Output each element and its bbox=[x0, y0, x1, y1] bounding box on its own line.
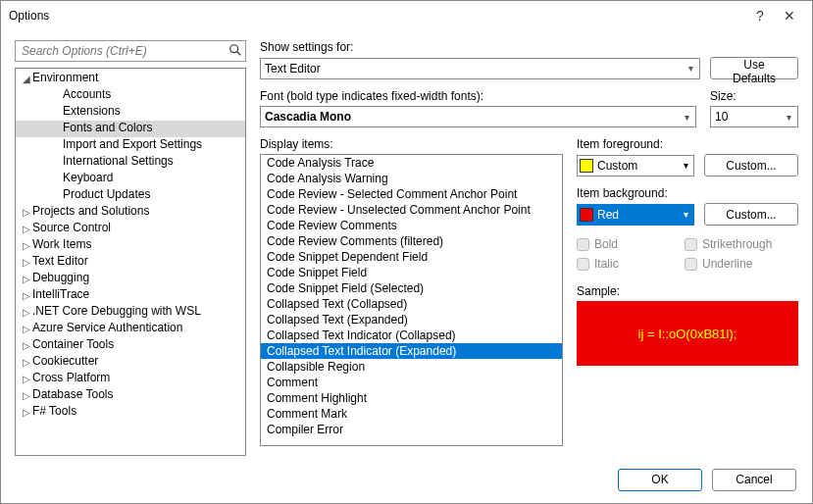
tree-item-label: Cookiecutter bbox=[32, 354, 98, 368]
tree-item[interactable]: ▷F# Tools bbox=[16, 404, 245, 421]
underline-checkbox[interactable]: Underline bbox=[685, 257, 783, 271]
chevron-down-icon: ▾ bbox=[681, 160, 691, 171]
cancel-button[interactable]: Cancel bbox=[712, 469, 796, 491]
display-item[interactable]: Code Analysis Warning bbox=[261, 171, 562, 186]
tree-item-label: IntelliTrace bbox=[32, 287, 89, 301]
tree-item[interactable]: ▷Database Tools bbox=[16, 387, 245, 404]
tree-item[interactable]: ▷Projects and Solutions bbox=[16, 204, 245, 221]
foreground-custom-button[interactable]: Custom... bbox=[704, 154, 798, 176]
chevron-right-icon: ▷ bbox=[21, 274, 32, 284]
tree-item[interactable]: Fonts and Colors bbox=[16, 121, 245, 137]
options-dialog: Options ? ✕ ◢EnvironmentAccountsExtensio… bbox=[0, 0, 813, 504]
display-item[interactable]: Collapsed Text Indicator (Collapsed) bbox=[261, 328, 562, 343]
tree-item-label: Accounts bbox=[63, 87, 111, 101]
display-item[interactable]: Compiler Error bbox=[261, 422, 562, 437]
chevron-right-icon: ▷ bbox=[21, 340, 32, 351]
tree-item-label: .NET Core Debugging with WSL bbox=[32, 304, 201, 318]
tree-item[interactable]: Keyboard bbox=[16, 171, 245, 187]
display-item[interactable]: Code Review Comments (filtered) bbox=[261, 233, 562, 249]
tree-item[interactable]: ▷Cross Platform bbox=[16, 371, 245, 387]
close-button[interactable]: ✕ bbox=[775, 8, 804, 24]
tree-item-label: Text Editor bbox=[32, 254, 88, 268]
chevron-right-icon: ▷ bbox=[21, 374, 32, 384]
bold-checkbox[interactable]: Bold bbox=[577, 237, 675, 251]
display-item[interactable]: Collapsed Text (Expanded) bbox=[261, 312, 562, 328]
font-label: Font (bold type indicates fixed-width fo… bbox=[260, 89, 696, 103]
background-custom-button[interactable]: Custom... bbox=[704, 203, 798, 226]
chevron-right-icon: ▷ bbox=[21, 407, 32, 418]
sample-preview: ij = I::oO(0xB81l); bbox=[577, 301, 798, 366]
display-item[interactable]: Code Review - Selected Comment Anchor Po… bbox=[261, 186, 562, 202]
use-defaults-button[interactable]: Use Defaults bbox=[710, 57, 798, 79]
ok-button[interactable]: OK bbox=[618, 469, 702, 491]
display-item[interactable]: Comment bbox=[261, 375, 562, 390]
foreground-swatch bbox=[580, 159, 593, 173]
foreground-color-select[interactable]: Custom ▾ bbox=[577, 155, 694, 176]
tree-item-label: Keyboard bbox=[63, 171, 113, 184]
tree-item[interactable]: ▷Debugging bbox=[16, 271, 245, 287]
dialog-footer: OK Cancel bbox=[1, 456, 812, 503]
display-item[interactable]: Collapsed Text (Collapsed) bbox=[261, 296, 562, 312]
tree-item[interactable]: International Settings bbox=[16, 154, 245, 171]
chevron-right-icon: ▷ bbox=[21, 240, 32, 251]
chevron-right-icon: ▷ bbox=[21, 307, 32, 318]
item-foreground-label: Item foreground: bbox=[577, 137, 798, 151]
strikethrough-checkbox[interactable]: Strikethrough bbox=[685, 237, 783, 251]
font-select[interactable]: Cascadia Mono ▾ bbox=[260, 106, 696, 127]
tree-item-label: Projects and Solutions bbox=[32, 204, 149, 218]
chevron-right-icon: ▷ bbox=[21, 257, 32, 268]
tree-item-label: Work Items bbox=[32, 237, 91, 251]
tree-item[interactable]: Accounts bbox=[16, 87, 245, 104]
tree-item-label: Import and Export Settings bbox=[63, 137, 202, 151]
display-item[interactable]: Comment Highlight bbox=[261, 390, 562, 406]
chevron-right-icon: ▷ bbox=[21, 390, 32, 401]
italic-checkbox[interactable]: Italic bbox=[577, 257, 675, 271]
chevron-right-icon: ▷ bbox=[21, 290, 32, 301]
chevron-down-icon: ▾ bbox=[681, 112, 693, 123]
background-color-select[interactable]: Red ▾ bbox=[577, 204, 694, 226]
tree-item[interactable]: ▷Cookiecutter bbox=[16, 354, 245, 371]
tree-item[interactable]: Product Updates bbox=[16, 187, 245, 204]
display-item[interactable]: Code Snippet Field (Selected) bbox=[261, 280, 562, 296]
tree-item[interactable]: ▷Text Editor bbox=[16, 254, 245, 271]
display-item[interactable]: Code Analysis Trace bbox=[261, 155, 562, 171]
display-item[interactable]: Code Review Comments bbox=[261, 218, 562, 233]
display-item[interactable]: Collapsed Text Indicator (Expanded) bbox=[261, 343, 562, 359]
tree-item[interactable]: ◢Environment bbox=[16, 71, 245, 87]
tree-item-label: Extensions bbox=[63, 104, 121, 118]
help-button[interactable]: ? bbox=[745, 8, 775, 24]
show-settings-select[interactable]: Text Editor ▾ bbox=[260, 58, 700, 79]
size-select[interactable]: 10 ▾ bbox=[710, 106, 798, 127]
tree-item[interactable]: ▷IntelliTrace bbox=[16, 287, 245, 304]
chevron-down-icon: ◢ bbox=[21, 74, 32, 84]
display-item[interactable]: Code Snippet Dependent Field bbox=[261, 249, 562, 265]
display-item[interactable]: Collapsible Region bbox=[261, 359, 562, 375]
tree-item[interactable]: Extensions bbox=[16, 104, 245, 121]
tree-item-label: Database Tools bbox=[32, 387, 114, 401]
tree-item-label: F# Tools bbox=[32, 404, 76, 418]
show-settings-label: Show settings for: bbox=[260, 40, 798, 54]
display-item[interactable]: Code Review - Unselected Comment Anchor … bbox=[261, 202, 562, 218]
chevron-right-icon: ▷ bbox=[21, 224, 32, 234]
size-label: Size: bbox=[710, 89, 798, 103]
titlebar: Options ? ✕ bbox=[1, 1, 812, 30]
tree-item[interactable]: ▷Container Tools bbox=[16, 337, 245, 354]
display-items-label: Display items: bbox=[260, 137, 563, 151]
display-item[interactable]: Comment Mark bbox=[261, 406, 562, 422]
window-title: Options bbox=[9, 9, 745, 23]
search-input[interactable] bbox=[15, 40, 246, 62]
tree-item-label: Container Tools bbox=[32, 337, 114, 351]
tree-item-label: Environment bbox=[32, 71, 98, 84]
tree-item[interactable]: ▷Azure Service Authentication bbox=[16, 321, 245, 337]
tree-item[interactable]: ▷Work Items bbox=[16, 237, 245, 254]
display-item[interactable]: Code Snippet Field bbox=[261, 265, 562, 280]
chevron-right-icon: ▷ bbox=[21, 207, 32, 218]
options-tree[interactable]: ◢EnvironmentAccountsExtensionsFonts and … bbox=[15, 68, 246, 456]
chevron-down-icon: ▾ bbox=[783, 112, 795, 123]
display-items-list[interactable]: Code Analysis TraceCode Analysis Warning… bbox=[260, 154, 563, 446]
chevron-right-icon: ▷ bbox=[21, 357, 32, 368]
tree-item[interactable]: ▷.NET Core Debugging with WSL bbox=[16, 304, 245, 321]
tree-item[interactable]: ▷Source Control bbox=[16, 221, 245, 237]
tree-item-label: Source Control bbox=[32, 221, 111, 234]
tree-item[interactable]: Import and Export Settings bbox=[16, 137, 245, 154]
